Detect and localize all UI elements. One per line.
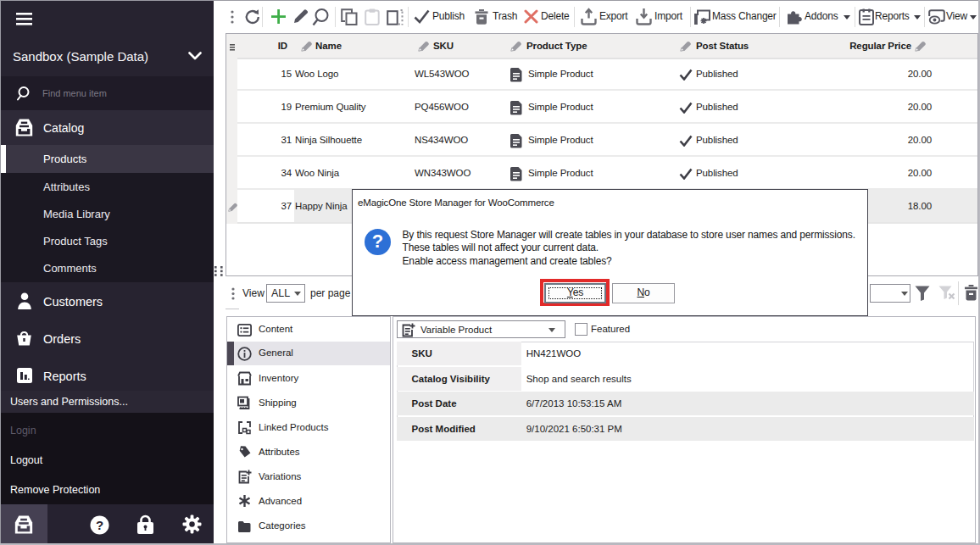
svg-text:?: ? bbox=[96, 518, 103, 532]
